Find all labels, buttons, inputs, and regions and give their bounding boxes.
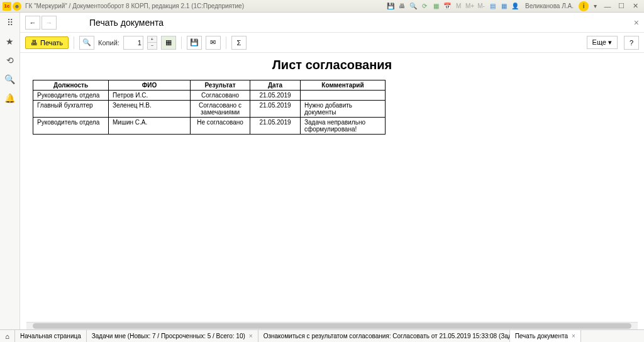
window-title: ГК "Меркурий" / Документооборот 8 КОРП, … xyxy=(25,3,386,9)
page-title: Печать документа xyxy=(89,18,164,28)
tab-print-doc[interactable]: Печать документа× xyxy=(510,330,581,342)
print-icon[interactable]: 🖶 xyxy=(397,1,407,11)
spinner-down-icon[interactable]: − xyxy=(148,43,157,49)
table-row[interactable]: Главный бухгалтер Зеленец Н.В. Согласова… xyxy=(33,101,386,118)
toolbar: 🖶 Печать 🔍 Копий: + − ▦ 💾 ✉ Σ Еще ▾ ? xyxy=(20,33,644,53)
table-row[interactable]: Руководитель отдела Мишин С.А. Не соглас… xyxy=(33,118,386,135)
tab-review[interactable]: Ознакомиться с результатом согласования:… xyxy=(258,330,510,342)
calendar-icon[interactable]: 📅 xyxy=(442,1,452,11)
table-row[interactable]: Руководитель отдела Петров И.С. Согласов… xyxy=(33,91,386,101)
refresh-icon[interactable]: ⟳ xyxy=(419,1,430,11)
tab-tasks[interactable]: Задачи мне (Новых: 7 / Просроченных: 5 /… xyxy=(87,330,258,342)
bottom-tabs: ⌂ Начальная страница Задачи мне (Новых: … xyxy=(0,329,644,342)
th-fio: ФИО xyxy=(109,80,191,91)
copies-label: Копий: xyxy=(98,39,119,47)
m-plus-icon[interactable]: M+ xyxy=(465,1,475,11)
save-icon[interactable]: 💾 xyxy=(386,1,396,11)
left-sidebar: ⠿ ★ ⟲ 🔍 🔔 xyxy=(0,13,20,329)
close-button[interactable]: ✕ xyxy=(629,1,641,11)
tab-home[interactable]: Начальная страница xyxy=(15,330,87,342)
search-icon[interactable]: 🔍 xyxy=(4,73,16,86)
home-icon[interactable]: ⌂ xyxy=(0,330,15,342)
sum-button[interactable]: Σ xyxy=(231,36,247,50)
maximize-button[interactable]: ☐ xyxy=(615,1,628,11)
spinner-up-icon[interactable]: + xyxy=(148,36,157,43)
page-header: ← → Печать документа × xyxy=(20,13,644,33)
help-button[interactable]: ? xyxy=(624,36,639,50)
close-page-button[interactable]: × xyxy=(634,18,639,28)
calculator-icon[interactable]: ▦ xyxy=(431,1,441,11)
minimize-button[interactable]: — xyxy=(601,1,614,11)
printer-icon: 🖶 xyxy=(31,39,38,47)
approval-table: Должность ФИО Результат Дата Комментарий… xyxy=(33,80,386,135)
star-icon[interactable]: ★ xyxy=(4,35,16,48)
copies-input[interactable] xyxy=(123,36,143,50)
back-button[interactable]: ← xyxy=(25,16,40,30)
save-button[interactable]: 💾 xyxy=(187,36,202,50)
th-date: Дата xyxy=(250,80,301,91)
more-button[interactable]: Еще ▾ xyxy=(587,36,618,49)
email-button[interactable]: ✉ xyxy=(206,36,221,50)
close-icon[interactable]: × xyxy=(249,333,253,339)
history-icon[interactable]: ⟲ xyxy=(4,54,16,67)
app-logo-1c: 1c xyxy=(3,2,11,11)
panel-icon[interactable]: ▦ xyxy=(499,1,509,11)
table-button[interactable]: ▦ xyxy=(161,36,176,50)
zoom-button[interactable]: 🔍 xyxy=(79,36,94,50)
th-comment: Комментарий xyxy=(301,80,386,91)
list-icon[interactable]: ▤ xyxy=(487,1,497,11)
document-title: Лист согласования xyxy=(26,53,638,80)
document-area: Лист согласования Должность ФИО Результа… xyxy=(20,53,644,322)
info-icon[interactable]: i xyxy=(579,1,589,11)
print-label: Печать xyxy=(40,39,63,47)
m-icon-1[interactable]: M xyxy=(453,1,464,11)
close-icon[interactable]: × xyxy=(572,333,575,339)
horizontal-scrollbar[interactable] xyxy=(26,322,638,329)
copies-spinner[interactable]: + − xyxy=(147,36,157,50)
apps-icon[interactable]: ⠿ xyxy=(4,16,16,29)
th-result: Результат xyxy=(191,80,250,91)
m-minus-icon[interactable]: M- xyxy=(476,1,486,11)
current-user: Великанова Л.А. xyxy=(525,3,574,9)
print-button[interactable]: 🖶 Печать xyxy=(25,36,69,49)
window-titlebar: 1c ☻ ГК "Меркурий" / Документооборот 8 К… xyxy=(0,0,644,13)
bell-icon[interactable]: 🔔 xyxy=(4,92,16,104)
dropdown-icon[interactable]: ▾ xyxy=(590,1,600,11)
user-icon: 👤 xyxy=(510,1,520,11)
table-header-row: Должность ФИО Результат Дата Комментарий xyxy=(33,80,386,91)
th-position: Должность xyxy=(33,80,109,91)
preview-icon[interactable]: 🔍 xyxy=(408,1,418,11)
smile-icon: ☻ xyxy=(13,2,21,11)
forward-button[interactable]: → xyxy=(42,16,57,30)
